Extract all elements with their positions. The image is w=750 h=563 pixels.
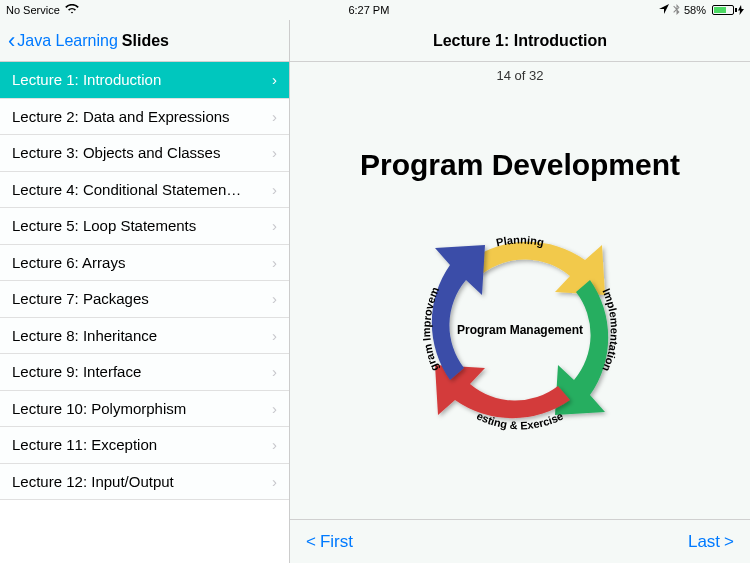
battery-icon bbox=[710, 5, 744, 15]
lecture-item-12[interactable]: Lecture 12: Input/Output› bbox=[0, 464, 289, 501]
sidebar-header: ‹ Java Learning Slides bbox=[0, 20, 289, 62]
lecture-label: Lecture 9: Interface bbox=[12, 363, 141, 380]
lecture-item-4[interactable]: Lecture 4: Conditional Statemen…› bbox=[0, 172, 289, 209]
chevron-right-icon: › bbox=[272, 71, 277, 88]
chevron-right-icon: › bbox=[272, 217, 277, 234]
chevron-right-icon: › bbox=[272, 254, 277, 271]
lecture-item-7[interactable]: Lecture 7: Packages› bbox=[0, 281, 289, 318]
lecture-label: Lecture 8: Inheritance bbox=[12, 327, 157, 344]
lecture-label: Lecture 10: Polymorphism bbox=[12, 400, 186, 417]
lecture-label: Lecture 5: Loop Statements bbox=[12, 217, 196, 234]
chevron-right-icon: › bbox=[272, 144, 277, 161]
status-bar: No Service 6:27 PM 58% bbox=[0, 0, 750, 20]
chevron-right-icon: › bbox=[272, 363, 277, 380]
lecture-item-3[interactable]: Lecture 3: Objects and Classes› bbox=[0, 135, 289, 172]
bluetooth-icon bbox=[673, 4, 680, 17]
lecture-label: Lecture 12: Input/Output bbox=[12, 473, 174, 490]
lecture-label: Lecture 2: Data and Expressions bbox=[12, 108, 230, 125]
footer-nav: < First Last > bbox=[290, 519, 750, 563]
chevron-right-icon: › bbox=[272, 473, 277, 490]
location-icon bbox=[659, 4, 669, 16]
status-left: No Service bbox=[6, 4, 79, 16]
main-pane: Lecture 1: Introduction 14 of 32 Program… bbox=[290, 20, 750, 563]
back-button[interactable]: ‹ Java Learning bbox=[8, 28, 118, 54]
slide-title: Program Development bbox=[310, 148, 730, 182]
chevron-right-icon: › bbox=[272, 181, 277, 198]
lecture-item-11[interactable]: Lecture 11: Exception› bbox=[0, 427, 289, 464]
lecture-item-1[interactable]: Lecture 1: Introduction› bbox=[0, 62, 289, 99]
chevron-right-icon: › bbox=[272, 108, 277, 125]
sidebar-title: Slides bbox=[122, 32, 169, 50]
slide-area[interactable]: Program Development bbox=[290, 89, 750, 519]
chevron-left-icon: ‹ bbox=[8, 28, 15, 54]
slide-counter: 14 of 32 bbox=[290, 62, 750, 89]
last-label: Last bbox=[688, 532, 720, 552]
back-label: Java Learning bbox=[17, 32, 118, 50]
lecture-item-5[interactable]: Lecture 5: Loop Statements› bbox=[0, 208, 289, 245]
lecture-label: Lecture 7: Packages bbox=[12, 290, 149, 307]
slide-content: Program Development bbox=[310, 148, 730, 460]
lecture-list: Lecture 1: Introduction›Lecture 2: Data … bbox=[0, 62, 289, 563]
chevron-right-icon: › bbox=[272, 436, 277, 453]
first-button[interactable]: < First bbox=[306, 532, 353, 552]
center-label: Program Management bbox=[457, 323, 583, 337]
page-title: Lecture 1: Introduction bbox=[433, 32, 607, 50]
chevron-left-icon: < bbox=[306, 532, 316, 552]
last-button[interactable]: Last > bbox=[688, 532, 734, 552]
chevron-right-icon: › bbox=[272, 400, 277, 417]
battery-percent: 58% bbox=[684, 4, 706, 16]
lecture-label: Lecture 4: Conditional Statemen… bbox=[12, 181, 241, 198]
lecture-label: Lecture 6: Arrays bbox=[12, 254, 125, 271]
lecture-item-2[interactable]: Lecture 2: Data and Expressions› bbox=[0, 99, 289, 136]
clock: 6:27 PM bbox=[348, 4, 389, 16]
svg-text:Program Improvement: Program Improvement bbox=[390, 200, 441, 373]
lecture-label: Lecture 11: Exception bbox=[12, 436, 157, 453]
wifi-icon bbox=[65, 4, 79, 16]
lecture-item-9[interactable]: Lecture 9: Interface› bbox=[0, 354, 289, 391]
improvement-label: Program Improvement bbox=[390, 200, 441, 373]
chevron-right-icon: › bbox=[272, 290, 277, 307]
improvement-arrow bbox=[432, 245, 485, 380]
main-header: Lecture 1: Introduction bbox=[290, 20, 750, 62]
status-right: 58% bbox=[659, 4, 744, 17]
lecture-label: Lecture 1: Introduction bbox=[12, 71, 161, 88]
lecture-item-8[interactable]: Lecture 8: Inheritance› bbox=[0, 318, 289, 355]
chevron-right-icon: > bbox=[724, 532, 734, 552]
lecture-label: Lecture 3: Objects and Classes bbox=[12, 144, 220, 161]
lecture-item-10[interactable]: Lecture 10: Polymorphism› bbox=[0, 391, 289, 428]
service-status: No Service bbox=[6, 4, 60, 16]
lecture-item-6[interactable]: Lecture 6: Arrays› bbox=[0, 245, 289, 282]
first-label: First bbox=[320, 532, 353, 552]
chevron-right-icon: › bbox=[272, 327, 277, 344]
cycle-diagram: Planning Implementation Testing & Exerci… bbox=[390, 200, 650, 460]
sidebar: ‹ Java Learning Slides Lecture 1: Introd… bbox=[0, 20, 290, 563]
